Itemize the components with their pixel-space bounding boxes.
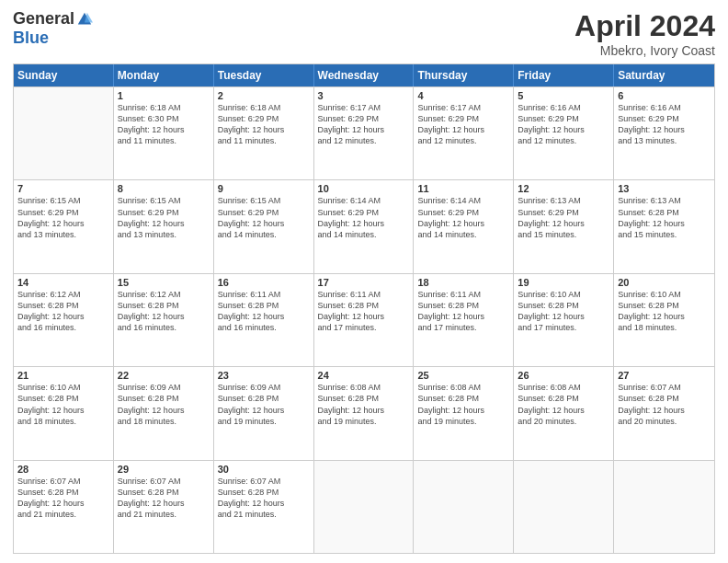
- calendar-row: 21Sunrise: 6:10 AMSunset: 6:28 PMDayligh…: [14, 366, 714, 459]
- calendar-cell: 14Sunrise: 6:12 AMSunset: 6:28 PMDayligh…: [14, 274, 114, 366]
- calendar-cell: 6Sunrise: 6:16 AMSunset: 6:29 PMDaylight…: [614, 87, 714, 179]
- calendar-header-row: SundayMondayTuesdayWednesdayThursdayFrid…: [14, 64, 714, 86]
- day-number: 10: [318, 183, 410, 194]
- calendar-cell: 11Sunrise: 6:14 AMSunset: 6:29 PMDayligh…: [414, 180, 514, 272]
- calendar-cell: 16Sunrise: 6:11 AMSunset: 6:28 PMDayligh…: [214, 274, 314, 366]
- day-info: Sunrise: 6:07 AMSunset: 6:28 PMDaylight:…: [17, 476, 109, 521]
- calendar-cell: 27Sunrise: 6:07 AMSunset: 6:28 PMDayligh…: [614, 367, 714, 459]
- title-block: April 2024 Mbekro, Ivory Coast: [574, 9, 715, 58]
- calendar-cell: 25Sunrise: 6:08 AMSunset: 6:28 PMDayligh…: [414, 367, 514, 459]
- day-number: 17: [318, 277, 410, 288]
- logo: General Blue: [13, 9, 93, 48]
- day-number: 22: [118, 370, 210, 381]
- calendar-cell: 23Sunrise: 6:09 AMSunset: 6:28 PMDayligh…: [214, 367, 314, 459]
- calendar-cell: 29Sunrise: 6:07 AMSunset: 6:28 PMDayligh…: [114, 461, 214, 553]
- day-number: 23: [218, 370, 310, 381]
- calendar-header-cell: Wednesday: [314, 64, 415, 86]
- day-info: Sunrise: 6:17 AMSunset: 6:29 PMDaylight:…: [417, 102, 509, 147]
- day-info: Sunrise: 6:15 AMSunset: 6:29 PMDaylight:…: [218, 195, 310, 240]
- logo-blue: Blue: [13, 29, 49, 48]
- calendar-cell: 20Sunrise: 6:10 AMSunset: 6:28 PMDayligh…: [614, 274, 714, 366]
- day-info: Sunrise: 6:15 AMSunset: 6:29 PMDaylight:…: [118, 195, 210, 240]
- calendar-cell: [314, 461, 415, 553]
- day-info: Sunrise: 6:16 AMSunset: 6:29 PMDaylight:…: [618, 102, 711, 147]
- calendar-cell: 4Sunrise: 6:17 AMSunset: 6:29 PMDaylight…: [414, 87, 514, 179]
- day-info: Sunrise: 6:12 AMSunset: 6:28 PMDaylight:…: [118, 289, 210, 334]
- calendar-cell: 13Sunrise: 6:13 AMSunset: 6:28 PMDayligh…: [614, 180, 714, 272]
- day-number: 25: [417, 370, 509, 381]
- day-number: 20: [618, 277, 711, 288]
- day-number: 18: [417, 277, 509, 288]
- day-number: 30: [218, 464, 310, 475]
- day-info: Sunrise: 6:11 AMSunset: 6:28 PMDaylight:…: [318, 289, 410, 334]
- day-info: Sunrise: 6:16 AMSunset: 6:29 PMDaylight:…: [518, 102, 609, 147]
- calendar-header-cell: Friday: [514, 64, 614, 86]
- day-info: Sunrise: 6:13 AMSunset: 6:28 PMDaylight:…: [618, 195, 711, 240]
- calendar-cell: 10Sunrise: 6:14 AMSunset: 6:29 PMDayligh…: [314, 180, 415, 272]
- calendar-cell: 2Sunrise: 6:18 AMSunset: 6:29 PMDaylight…: [214, 87, 314, 179]
- calendar-cell: 5Sunrise: 6:16 AMSunset: 6:29 PMDaylight…: [514, 87, 614, 179]
- calendar-cell: 9Sunrise: 6:15 AMSunset: 6:29 PMDaylight…: [214, 180, 314, 272]
- calendar-cell: 22Sunrise: 6:09 AMSunset: 6:28 PMDayligh…: [114, 367, 214, 459]
- day-number: 6: [618, 90, 711, 101]
- day-number: 28: [17, 464, 109, 475]
- day-number: 1: [118, 90, 210, 101]
- day-info: Sunrise: 6:15 AMSunset: 6:29 PMDaylight:…: [17, 195, 109, 240]
- day-info: Sunrise: 6:17 AMSunset: 6:29 PMDaylight:…: [318, 102, 410, 147]
- day-number: 13: [618, 183, 711, 194]
- day-number: 27: [618, 370, 711, 381]
- day-info: Sunrise: 6:12 AMSunset: 6:28 PMDaylight:…: [17, 289, 109, 334]
- calendar-cell: 19Sunrise: 6:10 AMSunset: 6:28 PMDayligh…: [514, 274, 614, 366]
- header: General Blue April 2024 Mbekro, Ivory Co…: [13, 9, 715, 58]
- calendar-cell: 26Sunrise: 6:08 AMSunset: 6:28 PMDayligh…: [514, 367, 614, 459]
- day-number: 9: [218, 183, 310, 194]
- day-number: 12: [518, 183, 609, 194]
- day-info: Sunrise: 6:11 AMSunset: 6:28 PMDaylight:…: [218, 289, 310, 334]
- calendar: SundayMondayTuesdayWednesdayThursdayFrid…: [13, 63, 715, 554]
- day-number: 19: [518, 277, 609, 288]
- calendar-cell: [414, 461, 514, 553]
- day-number: 8: [118, 183, 210, 194]
- calendar-cell: [514, 461, 614, 553]
- calendar-cell: 18Sunrise: 6:11 AMSunset: 6:28 PMDayligh…: [414, 274, 514, 366]
- calendar-body: 1Sunrise: 6:18 AMSunset: 6:30 PMDaylight…: [14, 86, 714, 553]
- day-info: Sunrise: 6:10 AMSunset: 6:28 PMDaylight:…: [618, 289, 711, 334]
- day-number: 15: [118, 277, 210, 288]
- calendar-cell: 15Sunrise: 6:12 AMSunset: 6:28 PMDayligh…: [114, 274, 214, 366]
- day-info: Sunrise: 6:08 AMSunset: 6:28 PMDaylight:…: [518, 382, 609, 427]
- calendar-cell: 7Sunrise: 6:15 AMSunset: 6:29 PMDaylight…: [14, 180, 114, 272]
- day-number: 3: [318, 90, 410, 101]
- logo-text: General: [13, 9, 93, 29]
- calendar-cell: 12Sunrise: 6:13 AMSunset: 6:29 PMDayligh…: [514, 180, 614, 272]
- day-info: Sunrise: 6:10 AMSunset: 6:28 PMDaylight:…: [17, 382, 109, 427]
- calendar-cell: 8Sunrise: 6:15 AMSunset: 6:29 PMDaylight…: [114, 180, 214, 272]
- title-location: Mbekro, Ivory Coast: [574, 43, 715, 58]
- day-number: 11: [417, 183, 509, 194]
- day-info: Sunrise: 6:07 AMSunset: 6:28 PMDaylight:…: [618, 382, 711, 427]
- day-info: Sunrise: 6:10 AMSunset: 6:28 PMDaylight:…: [518, 289, 609, 334]
- day-number: 21: [17, 370, 109, 381]
- calendar-cell: 3Sunrise: 6:17 AMSunset: 6:29 PMDaylight…: [314, 87, 415, 179]
- day-info: Sunrise: 6:18 AMSunset: 6:30 PMDaylight:…: [118, 102, 210, 147]
- calendar-cell: 17Sunrise: 6:11 AMSunset: 6:28 PMDayligh…: [314, 274, 415, 366]
- title-month: April 2024: [574, 9, 715, 43]
- day-info: Sunrise: 6:07 AMSunset: 6:28 PMDaylight:…: [118, 476, 210, 521]
- day-number: 2: [218, 90, 310, 101]
- page: General Blue April 2024 Mbekro, Ivory Co…: [0, 0, 728, 563]
- calendar-row: 7Sunrise: 6:15 AMSunset: 6:29 PMDaylight…: [14, 179, 714, 272]
- day-number: 14: [17, 277, 109, 288]
- day-number: 7: [17, 183, 109, 194]
- day-info: Sunrise: 6:14 AMSunset: 6:29 PMDaylight:…: [318, 195, 410, 240]
- calendar-header-cell: Tuesday: [214, 64, 314, 86]
- calendar-cell: 21Sunrise: 6:10 AMSunset: 6:28 PMDayligh…: [14, 367, 114, 459]
- day-number: 29: [118, 464, 210, 475]
- calendar-cell: [14, 87, 114, 179]
- day-info: Sunrise: 6:14 AMSunset: 6:29 PMDaylight:…: [417, 195, 509, 240]
- calendar-row: 28Sunrise: 6:07 AMSunset: 6:28 PMDayligh…: [14, 460, 714, 553]
- calendar-cell: 28Sunrise: 6:07 AMSunset: 6:28 PMDayligh…: [14, 461, 114, 553]
- day-info: Sunrise: 6:18 AMSunset: 6:29 PMDaylight:…: [218, 102, 310, 147]
- calendar-header-cell: Thursday: [414, 64, 514, 86]
- calendar-cell: 24Sunrise: 6:08 AMSunset: 6:28 PMDayligh…: [314, 367, 415, 459]
- day-number: 4: [417, 90, 509, 101]
- calendar-row: 14Sunrise: 6:12 AMSunset: 6:28 PMDayligh…: [14, 273, 714, 366]
